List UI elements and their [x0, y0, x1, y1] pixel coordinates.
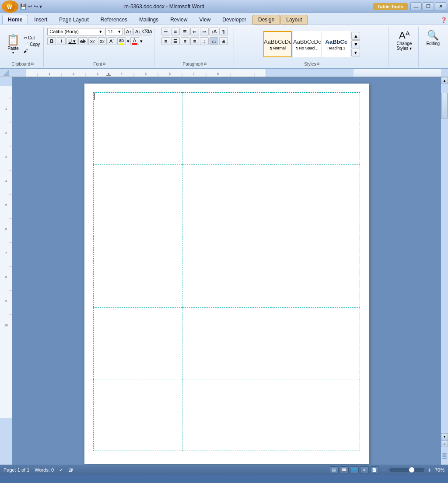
paste-button[interactable]: 📋 Paste ▾ — [4, 32, 22, 56]
font-family-select[interactable]: Calibri (Body) ▾ — [47, 28, 104, 35]
draft-button[interactable]: 📄 — [370, 466, 379, 473]
line-spacing-button[interactable]: ↕ — [200, 37, 209, 45]
clipboard-expand[interactable]: ⧉ — [31, 62, 34, 66]
styles-more-button[interactable]: ▾ — [351, 49, 360, 56]
font-expand[interactable]: ⧉ — [103, 62, 105, 66]
align-right-button[interactable]: ≡ — [181, 37, 189, 45]
italic-button[interactable]: I — [57, 37, 66, 45]
quick-access-dropdown[interactable]: ▾ — [39, 4, 42, 10]
save-icon[interactable]: 💾 — [20, 4, 27, 10]
document[interactable] — [84, 84, 369, 464]
tab-design[interactable]: Design — [252, 15, 280, 24]
tab-developer[interactable]: Developer — [217, 15, 252, 24]
shading-button[interactable]: ▭ — [210, 37, 218, 45]
font-family-dropdown[interactable]: ▾ — [99, 29, 102, 35]
tab-page-layout[interactable]: Page Layout — [53, 15, 94, 24]
clear-formatting-button[interactable]: ⌫A — [143, 28, 151, 35]
table-cell[interactable] — [182, 236, 271, 308]
spell-check-indicator[interactable]: ✓ — [59, 467, 63, 473]
borders-button[interactable]: ⊞ — [219, 37, 228, 45]
change-styles-button[interactable]: Aᴬ ChangeStyles ▾ — [392, 28, 416, 53]
tab-home[interactable]: Home — [2, 15, 28, 24]
text-effects-button[interactable]: A˙ — [108, 37, 116, 45]
decrease-font-size-button[interactable]: A↓ — [133, 28, 142, 35]
styles-scroll-up[interactable]: ▲ — [351, 32, 360, 40]
font-color-dropdown[interactable]: ▾ — [140, 38, 143, 44]
style-no-spacing[interactable]: AaBbCcDc ¶ No Spaci... — [293, 31, 321, 57]
outline-button[interactable]: ≡ — [360, 466, 369, 473]
tab-insert[interactable]: Insert — [28, 15, 53, 24]
scroll-bottom-button[interactable]: ≡ — [441, 440, 448, 447]
scroll-down-button[interactable]: ▾ — [441, 433, 448, 440]
font-size-dropdown[interactable]: ▾ — [118, 29, 121, 35]
style-heading1[interactable]: AaBbCc Heading 1 — [322, 31, 350, 57]
office-button[interactable]: W — [2, 0, 18, 13]
scroll-track[interactable] — [441, 84, 448, 433]
tab-review[interactable]: Review — [164, 15, 193, 24]
minimize-button[interactable]: — — [410, 2, 422, 11]
resize-handle[interactable] — [442, 453, 447, 455]
font-color-button[interactable]: A — [130, 37, 139, 45]
decrease-indent-button[interactable]: ⇐ — [190, 28, 199, 35]
align-left-button[interactable]: ≡ — [161, 37, 170, 45]
justify-button[interactable]: ≡ — [190, 37, 199, 45]
vertical-ruler[interactable]: 1 2 3 4 5 6 7 8 9 10 — [0, 77, 12, 465]
increase-font-size-button[interactable]: A↑ — [124, 28, 133, 35]
underline-button[interactable]: U ▾ — [66, 37, 77, 45]
align-center-button[interactable]: ☰ — [171, 37, 180, 45]
document-area[interactable] — [12, 77, 441, 465]
styles-expand[interactable]: ⧉ — [317, 62, 319, 66]
document-table[interactable] — [93, 92, 360, 451]
table-cell[interactable] — [182, 379, 271, 451]
tab-references[interactable]: References — [95, 15, 133, 24]
zoom-out-button[interactable]: − — [382, 466, 386, 473]
table-cell[interactable] — [94, 164, 182, 236]
table-cell[interactable] — [271, 236, 360, 308]
vertical-scrollbar[interactable]: ▲ ▾ ≡ — [441, 77, 448, 465]
table-cell[interactable] — [94, 93, 182, 164]
editing-button[interactable]: 🔍 Editing — [422, 28, 444, 48]
table-cell[interactable] — [271, 379, 360, 451]
increase-indent-button[interactable]: ⇒ — [200, 28, 209, 35]
styles-scroll-down[interactable]: ▼ — [351, 40, 360, 48]
style-normal[interactable]: AaBbCcDc ¶ Normal — [263, 31, 292, 57]
web-layout-button[interactable]: 🌐 — [350, 466, 359, 473]
strikethrough-button[interactable]: ab — [78, 37, 87, 45]
restore-button[interactable]: ❐ — [423, 2, 434, 11]
table-cell[interactable] — [182, 93, 271, 164]
ruler-corner[interactable] — [0, 69, 12, 77]
table-cell[interactable] — [182, 308, 271, 379]
redo-icon[interactable]: ↪ — [34, 4, 38, 10]
resize-handle[interactable] — [442, 458, 447, 459]
paste-dropdown[interactable]: ▾ — [12, 51, 14, 55]
help-button[interactable]: ❓ — [439, 16, 448, 24]
bold-button[interactable]: B — [47, 37, 56, 45]
undo-icon[interactable]: ↩ — [28, 4, 32, 10]
tab-view[interactable]: View — [194, 15, 217, 24]
table-cell[interactable] — [271, 93, 360, 164]
show-hide-button[interactable]: ¶ — [219, 28, 228, 35]
table-cell[interactable] — [94, 379, 182, 451]
print-layout-button[interactable]: ▤ — [330, 466, 339, 473]
zoom-thumb[interactable] — [409, 467, 415, 473]
table-cell[interactable] — [271, 164, 360, 236]
scroll-up-button[interactable]: ▲ — [441, 77, 448, 84]
full-reading-button[interactable]: 📖 — [340, 466, 349, 473]
horizontal-ruler[interactable]: 1 2 3 4 5 6 7 8 — [12, 69, 441, 77]
format-painter-button[interactable]: 🖌 — [23, 48, 41, 54]
zoom-in-button[interactable]: + — [428, 466, 431, 473]
zoom-level[interactable]: 70% — [435, 467, 444, 472]
tab-mailings[interactable]: Mailings — [133, 15, 164, 24]
table-cell[interactable] — [94, 308, 182, 379]
table-cell[interactable] — [271, 308, 360, 379]
tab-layout[interactable]: Layout — [280, 15, 308, 24]
multilevel-list-button[interactable]: ≣ — [181, 28, 189, 35]
copy-button[interactable]: 📄 Copy — [23, 42, 41, 47]
numbering-button[interactable]: ≡ — [171, 28, 180, 35]
close-button[interactable]: ✕ — [435, 2, 446, 11]
table-cell[interactable] — [182, 164, 271, 236]
paragraph-expand[interactable]: ⧉ — [204, 62, 206, 66]
highlight-dropdown[interactable]: ▾ — [127, 38, 130, 44]
zoom-slider[interactable] — [389, 468, 424, 472]
subscript-button[interactable]: x2 — [88, 37, 97, 45]
